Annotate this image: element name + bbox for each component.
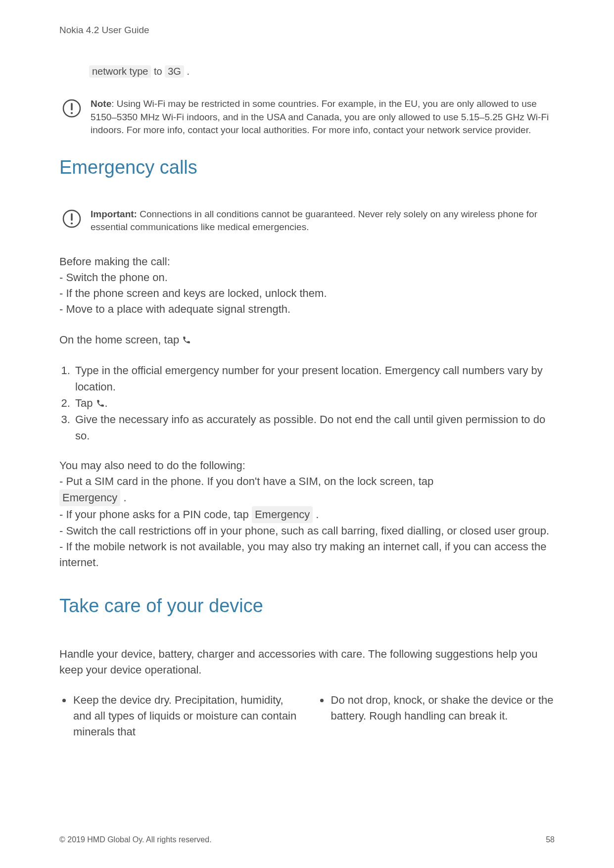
home-screen-tap: On the home screen, tap	[59, 332, 555, 348]
also-need-block: You may also need to do the following: -…	[59, 458, 555, 570]
also-1-pre: - Put a SIM card in the phone. If you do…	[59, 475, 433, 487]
step-2-pre: Tap	[75, 397, 96, 409]
page-number: 58	[546, 835, 555, 844]
also-intro: You may also need to do the following:	[59, 459, 245, 472]
svg-point-5	[71, 222, 73, 224]
step-3: Give the necessary info as accurately as…	[73, 411, 555, 444]
note-body: : Using Wi-Fi may be restricted in some …	[91, 98, 549, 135]
emergency-chip-1: Emergency	[59, 489, 120, 506]
emergency-chip-2: Emergency	[252, 506, 313, 523]
before-making-call: Before making the call: - Switch the pho…	[59, 254, 555, 317]
svg-point-2	[71, 112, 73, 114]
also-1-post: .	[120, 491, 126, 504]
three-g-chip: 3G	[165, 65, 184, 78]
bullet-left: Keep the device dry. Precipitation, humi…	[72, 692, 297, 740]
emergency-steps: Type in the official emergency number fo…	[59, 362, 555, 444]
important-note-text: Important: Connections in all conditions…	[91, 208, 555, 234]
step-2-post: .	[105, 397, 108, 409]
bullet-right: Do not drop, knock, or shake the device …	[330, 692, 555, 724]
phone-icon	[96, 397, 105, 409]
svg-rect-4	[71, 213, 72, 221]
step-2: Tap .	[73, 395, 555, 411]
also-3: - Switch the call restrictions off in yo…	[59, 525, 549, 537]
svg-rect-1	[71, 103, 72, 110]
copyright-text: © 2019 HMD Global Oy. All rights reserve…	[59, 835, 212, 844]
wifi-note-text: Note: Using Wi-Fi may be restricted in s…	[91, 97, 555, 137]
continuation-line: network type to 3G .	[89, 65, 555, 78]
also-4: - If the mobile network is not available…	[59, 540, 546, 569]
cont-mid: to	[151, 66, 165, 77]
also-2-post: .	[313, 508, 319, 521]
page-header-title: Nokia 4.2 User Guide	[59, 25, 555, 36]
note-label: Note	[91, 98, 111, 109]
cont-suffix: .	[184, 66, 189, 77]
take-care-heading: Take care of your device	[59, 595, 555, 617]
before-2: - If the phone screen and keys are locke…	[59, 287, 327, 299]
take-care-bullets: Keep the device dry. Precipitation, humi…	[59, 692, 555, 740]
alert-icon	[62, 98, 82, 120]
before-3: - Move to a place with adequate signal s…	[59, 303, 290, 315]
emergency-calls-heading: Emergency calls	[59, 157, 555, 178]
also-2-pre: - If your phone asks for a PIN code, tap	[59, 508, 252, 521]
wifi-note-row: Note: Using Wi-Fi may be restricted in s…	[62, 97, 555, 137]
before-intro: Before making the call:	[59, 255, 170, 268]
phone-icon	[182, 334, 191, 346]
home-screen-text: On the home screen, tap	[59, 334, 182, 346]
network-type-chip: network type	[89, 65, 151, 78]
important-note-row: Important: Connections in all conditions…	[62, 208, 555, 234]
take-care-intro: Handle your device, battery, charger and…	[59, 646, 555, 678]
step-1: Type in the official emergency number fo…	[73, 362, 555, 395]
before-1: - Switch the phone on.	[59, 271, 168, 284]
important-label: Important:	[91, 209, 137, 219]
alert-icon	[62, 209, 82, 231]
important-body: Connections in all conditions cannot be …	[91, 209, 537, 233]
